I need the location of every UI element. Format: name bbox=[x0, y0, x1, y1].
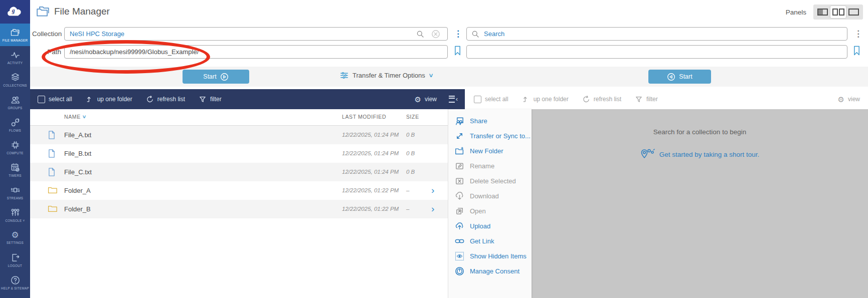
action-delete-selected[interactable]: Delete Selected bbox=[448, 173, 532, 188]
dotted-box bbox=[455, 252, 464, 260]
sidebar-item-flows[interactable]: FLOWS bbox=[0, 114, 30, 136]
up-one-folder-button[interactable]: up one folder bbox=[86, 95, 132, 103]
options-label: Transfer & Timer Options bbox=[353, 72, 425, 79]
action-upload[interactable]: Upload bbox=[448, 218, 532, 233]
sidebar-item-logout[interactable]: LOGOUT bbox=[0, 249, 30, 271]
filter-button[interactable]: filter bbox=[199, 95, 222, 103]
bookmark-icon[interactable] bbox=[454, 45, 461, 56]
folder-row[interactable]: Folder_B 12/22/2025, 01:22 PM – › bbox=[30, 200, 448, 218]
flows-icon bbox=[11, 118, 20, 127]
panels-button-group bbox=[813, 5, 863, 20]
action-download[interactable]: Download bbox=[448, 188, 532, 203]
filter-label: filter bbox=[210, 96, 222, 103]
file-row[interactable]: File_A.txt 12/22/2025, 01:24 PM 0 B bbox=[30, 126, 448, 144]
refresh-icon bbox=[582, 95, 590, 103]
action-label: Show Hidden Items bbox=[470, 252, 527, 260]
destination-path-input[interactable] bbox=[466, 45, 847, 59]
collection-label: Collection bbox=[32, 30, 61, 38]
action-label: Manage Consent bbox=[470, 267, 519, 275]
link-icon bbox=[455, 236, 464, 246]
play-left-icon bbox=[667, 73, 675, 81]
view-button[interactable]: ⚙ view bbox=[415, 96, 437, 103]
tour-link[interactable]: Get started by taking a short tour. bbox=[532, 148, 868, 160]
action-new-folder[interactable]: New Folder bbox=[448, 143, 532, 158]
new-folder-icon bbox=[455, 146, 464, 156]
sidebar-item-settings[interactable]: ⚙ SETTINGS bbox=[0, 226, 30, 249]
collection-menu-kebab-icon[interactable]: ⋮ bbox=[454, 30, 462, 38]
file-row[interactable]: File_B.txt 12/22/2025, 01:24 PM 0 B bbox=[30, 144, 448, 163]
action-label: Open bbox=[470, 207, 486, 215]
sort-down-icon: ˅ bbox=[83, 114, 86, 120]
single-panel-button[interactable] bbox=[815, 6, 830, 18]
folder-modified: 12/22/2025, 01:22 PM bbox=[342, 187, 399, 193]
destination-toolbar: select all up one folder refresh list fi… bbox=[465, 89, 868, 109]
sidebar-item-timers[interactable]: TIMERS bbox=[0, 159, 30, 181]
start-transfer-left-button[interactable]: Start bbox=[183, 70, 249, 84]
refresh-list-button[interactable]: refresh list bbox=[146, 95, 185, 103]
collapse-actions-button[interactable]: ‹ bbox=[449, 96, 458, 103]
sidebar-item-label: COLLECTIONS bbox=[3, 84, 27, 87]
search-icon[interactable] bbox=[416, 30, 424, 38]
dual-panel-button[interactable] bbox=[830, 6, 846, 18]
single-panel-icon bbox=[817, 9, 828, 16]
actions-menu: Share Transfer or Sync to... New Folder … bbox=[448, 109, 532, 298]
clear-collection-icon[interactable] bbox=[431, 30, 440, 39]
sidebar-item-compute[interactable]: COMPUTE bbox=[0, 136, 30, 159]
folder-row[interactable]: Folder_A 12/22/2025, 01:22 PM – › bbox=[30, 181, 448, 200]
action-rename[interactable]: Rename bbox=[448, 158, 532, 173]
action-share[interactable]: Share bbox=[448, 113, 532, 128]
sliders-icon bbox=[340, 71, 349, 80]
help-icon bbox=[11, 275, 20, 285]
folder-icon bbox=[48, 204, 57, 212]
delete-icon bbox=[455, 176, 464, 186]
sidebar-item-help-sitemap[interactable]: HELP & SITEMAP bbox=[0, 271, 30, 294]
filter-button-disabled[interactable]: filter bbox=[635, 95, 658, 103]
select-all-checkbox[interactable] bbox=[38, 96, 45, 103]
action-transfer-or-sync[interactable]: Transfer or Sync to... bbox=[448, 128, 532, 143]
sidebar-item-file-manager[interactable]: FILE MANAGER bbox=[0, 24, 30, 46]
globus-logo[interactable]: g bbox=[0, 0, 30, 24]
streams-icon bbox=[11, 185, 20, 195]
column-name[interactable]: NAME˅ bbox=[64, 114, 86, 120]
destination-search-input[interactable] bbox=[466, 27, 847, 41]
sidebar-item-activity[interactable]: ACTIVITY bbox=[0, 46, 30, 69]
up-one-folder-button-disabled[interactable]: up one folder bbox=[522, 95, 569, 103]
action-show-hidden-items[interactable]: Show Hidden Items bbox=[448, 248, 532, 263]
action-open[interactable]: Open bbox=[448, 203, 532, 218]
action-get-link[interactable]: Get Link bbox=[448, 233, 532, 248]
bookmark-icon[interactable] bbox=[853, 45, 860, 56]
sidebar-item-collections[interactable]: COLLECTIONS bbox=[0, 69, 30, 91]
file-size: 0 B bbox=[406, 169, 415, 175]
action-manage-consent[interactable]: Manage Consent bbox=[448, 263, 532, 278]
column-headers: NAME˅ LAST MODIFIED SIZE bbox=[30, 109, 448, 126]
transfer-timer-options-toggle[interactable]: Transfer & Timer Options ˅ bbox=[340, 71, 433, 80]
open-folder-chevron-icon[interactable]: › bbox=[431, 203, 434, 214]
sidebar-item-groups[interactable]: GROUPS bbox=[0, 91, 30, 114]
open-folder-chevron-icon[interactable]: › bbox=[431, 185, 434, 196]
up-one-folder-label: up one folder bbox=[97, 96, 132, 103]
collection-input[interactable] bbox=[64, 27, 448, 41]
sidebar-item-console[interactable]: CONSOLE ˅ bbox=[0, 204, 30, 226]
wide-panel-button[interactable] bbox=[846, 6, 861, 18]
chevron-down-icon: ˅ bbox=[429, 72, 433, 79]
sidebar-item-label: HELP & SITEMAP bbox=[1, 286, 29, 290]
column-last-modified[interactable]: LAST MODIFIED bbox=[342, 114, 386, 120]
column-size[interactable]: SIZE bbox=[406, 114, 419, 120]
refresh-list-button-disabled[interactable]: refresh list bbox=[582, 95, 621, 103]
select-all-checkbox[interactable] bbox=[474, 96, 481, 103]
path-input[interactable] bbox=[64, 45, 448, 59]
select-all-control[interactable]: select all bbox=[38, 96, 72, 103]
file-row[interactable]: File_C.txt 12/22/2025, 01:24 PM 0 B bbox=[30, 163, 448, 181]
file-icon bbox=[48, 149, 56, 158]
view-label: view bbox=[425, 96, 437, 103]
sidebar-item-streams[interactable]: STREAMS bbox=[0, 181, 30, 204]
select-all-control-disabled[interactable]: select all bbox=[474, 96, 508, 103]
file-name: File_C.txt bbox=[64, 168, 92, 176]
destination-menu-kebab-icon[interactable]: ⋮ bbox=[854, 30, 862, 38]
file-modified: 12/22/2025, 01:24 PM bbox=[342, 150, 399, 156]
upload-cloud-icon bbox=[455, 221, 464, 231]
timers-icon bbox=[11, 163, 20, 172]
start-transfer-right-button[interactable]: Start bbox=[648, 70, 711, 84]
sidebar-item-label: SETTINGS bbox=[7, 241, 24, 244]
view-button-disabled[interactable]: ⚙ view bbox=[838, 96, 860, 103]
